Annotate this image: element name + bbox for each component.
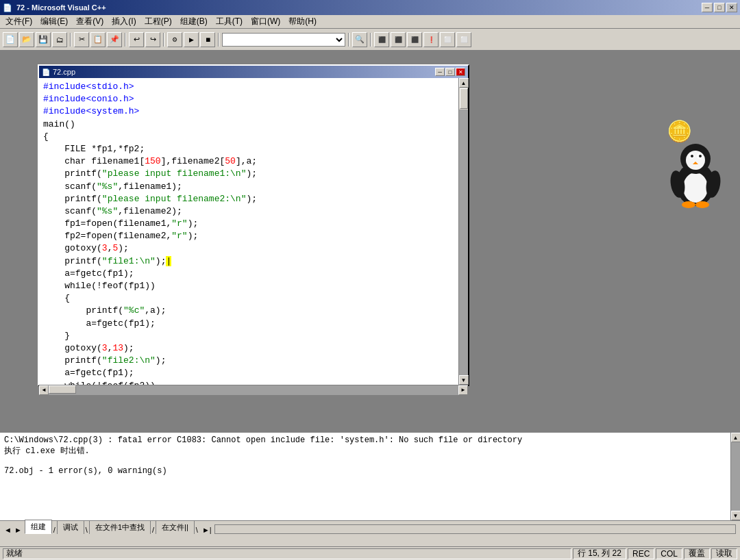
code-line-21: } <box>43 330 454 342</box>
tab-next-button[interactable]: ► <box>14 526 22 534</box>
menu-window[interactable]: 窗口(W) <box>247 14 284 29</box>
code-hscrollbar[interactable]: ◄ ► <box>39 385 468 394</box>
new-button[interactable]: 📄 <box>3 32 18 47</box>
status-rec: REC <box>628 548 654 559</box>
code-line-17: while(!feof(fp1)) <box>43 280 454 292</box>
output-scroll-up[interactable]: ▲ <box>731 433 741 442</box>
output-content[interactable]: C:\Windows\72.cpp(3) : fatal error C1083… <box>0 433 740 520</box>
cut-button[interactable]: ✂ <box>74 32 89 47</box>
code-line-9: scanf("%s",filename1); <box>43 181 454 193</box>
debug3-button[interactable]: ⬛ <box>407 32 422 47</box>
code-line-12: fp1=fopen(filename1,"r"); <box>43 218 454 230</box>
code-line-6: FILE *fp1,*fp2; <box>43 143 454 155</box>
code-line-5: { <box>43 131 454 143</box>
error-line-4: 72.obj - 1 error(s), 0 warning(s) <box>4 466 728 476</box>
code-line-20: a=fgetc(fp1); <box>43 318 454 330</box>
scroll-left-button[interactable]: ◄ <box>39 385 49 395</box>
menu-file[interactable]: 文件(F) <box>1 14 36 29</box>
tab-build[interactable]: 组建 <box>25 520 52 534</box>
code-maximize-button[interactable]: □ <box>445 68 455 76</box>
debug5-button[interactable]: ⬜ <box>440 32 455 47</box>
toolbar-separator-5 <box>348 33 349 47</box>
save-button[interactable]: 💾 <box>36 32 51 47</box>
menu-edit[interactable]: 编辑(E) <box>36 14 72 29</box>
output-hscroll[interactable] <box>214 524 736 534</box>
hscroll-thumb[interactable] <box>49 385 76 394</box>
code-editor[interactable]: #include<stdio.h> #include<conio.h> #inc… <box>39 78 458 385</box>
tab-find-in-files1[interactable]: 在文件1中查找 <box>89 520 151 534</box>
code-window-controls: ─ □ ✕ <box>435 68 465 76</box>
code-title-bar: 📄 72.cpp ─ □ ✕ <box>39 66 468 78</box>
svg-point-1 <box>683 173 708 203</box>
code-window-title: 72.cpp <box>53 68 435 76</box>
copy-button[interactable]: 📋 <box>90 32 106 47</box>
hscroll-track <box>49 385 458 395</box>
debug1-button[interactable]: ⬛ <box>374 32 389 47</box>
window-controls: ─ □ ✕ <box>702 3 737 12</box>
debug2-button[interactable]: ⬛ <box>391 32 406 47</box>
code-scrollbar[interactable]: ▲ ▼ <box>458 78 468 385</box>
output-panel: C:\Windows\72.cpp(3) : fatal error C1083… <box>0 431 740 533</box>
scroll-up-button[interactable]: ▲ <box>459 78 469 88</box>
status-ovr: 覆盖 <box>684 548 710 559</box>
code-line-15: printf("file1:\n");| <box>43 255 454 268</box>
close-button[interactable]: ✕ <box>726 3 737 12</box>
title-bar: 📄 72 - Microsoft Visual C++ ─ □ ✕ <box>0 0 740 15</box>
code-line-3: #include<system.h> <box>43 105 454 118</box>
build-stop-button[interactable]: ⏹ <box>200 32 215 47</box>
tab-debug[interactable]: 调试 <box>57 520 84 534</box>
scroll-down-button[interactable]: ▼ <box>459 375 469 385</box>
scroll-thumb[interactable] <box>460 88 468 109</box>
code-close-button[interactable]: ✕ <box>456 68 465 76</box>
tab-find-in-files2[interactable]: 在文件|| <box>156 520 195 534</box>
code-line-2: #include<conio.h> <box>43 93 454 105</box>
tab-end-button[interactable]: ►| <box>202 526 212 534</box>
find-button[interactable]: 🔍 <box>352 32 367 47</box>
redo-button[interactable]: ↪ <box>145 32 160 47</box>
code-line-7: char filename1[150],filename2[50],a; <box>43 155 454 168</box>
debug6-button[interactable]: ⬜ <box>456 32 471 47</box>
code-window: 📄 72.cpp ─ □ ✕ #include<stdio.h> #includ… <box>38 64 469 386</box>
toolbar-separator-1 <box>70 33 71 47</box>
menu-help[interactable]: 帮助(H) <box>284 14 321 29</box>
config-combo[interactable] <box>222 33 345 47</box>
menu-view[interactable]: 查看(V) <box>72 14 108 29</box>
code-minimize-button[interactable]: ─ <box>435 68 445 76</box>
status-bar: 就绪 行 15, 列 22 REC COL 覆盖 读取 <box>0 546 740 560</box>
menu-bar: 文件(F) 编辑(E) 查看(V) 插入(I) 工程(P) 组建(B) 工具(T… <box>0 15 740 29</box>
code-line-10: printf("please input filename2:\n"); <box>43 193 454 205</box>
menu-tools[interactable]: 工具(T) <box>212 14 247 29</box>
status-main: 就绪 <box>3 548 571 559</box>
output-tabs: ◄ ► 组建 / 调试 \ 在文件1中查找 / 在文件|| \ ►| <box>0 520 740 534</box>
build-compile-button[interactable]: ⚙ <box>167 32 182 47</box>
scroll-right-button[interactable]: ► <box>458 385 468 395</box>
status-read: 读取 <box>711 548 737 559</box>
code-line-25: while(!feof(fp2)) <box>43 380 454 385</box>
menu-project[interactable]: 工程(P) <box>140 14 176 29</box>
code-line-14: gotoxy(3,5); <box>43 242 454 255</box>
svg-point-3 <box>686 151 705 170</box>
menu-insert[interactable]: 插入(I) <box>108 14 140 29</box>
undo-button[interactable]: ↩ <box>129 32 144 47</box>
code-line-13: fp2=fopen(filename2,"r"); <box>43 230 454 242</box>
error-line-1: C:\Windows\72.cpp(3) : fatal error C1083… <box>4 435 728 445</box>
toolbar-separator-4 <box>218 33 219 47</box>
minimize-button[interactable]: ─ <box>702 3 713 12</box>
output-vscroll[interactable]: ▲ ▼ <box>730 433 740 520</box>
tab-sep-1: / <box>52 526 57 534</box>
paste-button[interactable]: 📌 <box>107 32 122 47</box>
svg-point-7 <box>699 155 702 157</box>
tab-prev-button[interactable]: ◄ <box>4 526 12 534</box>
maximize-button[interactable]: □ <box>714 3 725 12</box>
debug4-button[interactable]: ❗ <box>423 32 439 47</box>
tab-sep-3: / <box>151 526 156 534</box>
output-scroll-down[interactable]: ▼ <box>731 511 741 520</box>
menu-build[interactable]: 组建(B) <box>176 14 212 29</box>
open-button[interactable]: 📂 <box>19 32 34 47</box>
svg-point-10 <box>695 201 709 208</box>
main-area: 📄 72.cpp ─ □ ✕ #include<stdio.h> #includ… <box>0 51 740 431</box>
toolbar-separator-2 <box>125 33 126 47</box>
build-run-button[interactable]: ▶ <box>184 32 199 47</box>
save-all-button[interactable]: 🗂 <box>52 32 67 47</box>
code-line-24: a=fgetc(fp1); <box>43 367 454 379</box>
